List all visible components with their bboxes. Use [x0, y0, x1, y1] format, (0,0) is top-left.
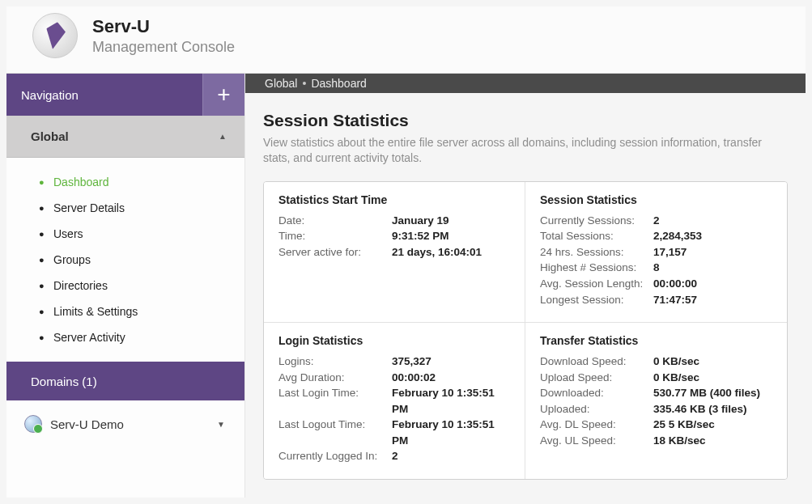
bullet-icon: ●	[39, 177, 53, 187]
stat-label: Longest Session:	[540, 292, 653, 308]
app-header: Serv-U Management Console	[6, 6, 806, 74]
stat-value: 21 days, 16:04:01	[392, 244, 482, 260]
sidebar-item-directories[interactable]: ● Directories	[6, 273, 244, 299]
page-title: Session Statistics	[263, 111, 788, 130]
stat-label: Total Sessions:	[540, 228, 653, 244]
stat-label: Last Login Time:	[278, 385, 392, 417]
brand-title: Serv-U	[92, 16, 235, 37]
stat-label: Logins:	[278, 354, 392, 370]
global-section-toggle[interactable]: Global ▲	[6, 116, 244, 158]
transfer-stats-card: Transfer Statistics Download Speed:0 KB/…	[525, 323, 787, 479]
nav-list: ● Dashboard ● Server Details ● Users ● G…	[6, 158, 244, 362]
domains-header[interactable]: Domains (1)	[6, 362, 244, 400]
stat-label: Avg. DL Speed:	[540, 417, 653, 433]
stat-label: Currently Logged In:	[278, 448, 392, 464]
stat-value: 00:00:00	[653, 276, 697, 292]
stat-label: 24 hrs. Sessions:	[540, 244, 653, 260]
stat-value: 25 5 KB/sec	[653, 417, 715, 433]
stat-label: Upload Speed:	[540, 370, 653, 386]
stat-value: 17,157	[653, 244, 687, 260]
domain-item[interactable]: Serv-U Demo ▼	[6, 400, 244, 447]
chevron-up-icon: ▲	[219, 132, 227, 141]
domain-name: Serv-U Demo	[50, 417, 124, 431]
card-title: Statistics Start Time	[278, 193, 510, 206]
stat-label: Download Speed:	[540, 354, 653, 370]
stat-value: 9:31:52 PM	[392, 228, 449, 244]
sidebar-item-label: Directories	[53, 279, 108, 292]
bullet-icon: ●	[39, 332, 53, 342]
stat-value: 0 KB/sec	[653, 354, 699, 370]
stat-label: Last Logout Time:	[278, 417, 392, 448]
stat-value: February 10 1:35:51 PM	[392, 417, 510, 448]
sidebar-item-label: Dashboard	[53, 176, 109, 188]
stat-label: Avg. Session Length:	[540, 276, 653, 292]
add-button[interactable]: +	[202, 74, 244, 116]
navigation-header: Navigation +	[6, 74, 244, 116]
stat-label: Time:	[278, 228, 392, 244]
sidebar-item-server-details[interactable]: ● Server Details	[6, 195, 244, 221]
stat-value: 71:47:57	[653, 292, 697, 308]
stat-value: 0 KB/sec	[653, 370, 699, 386]
stat-label: Date:	[278, 213, 392, 229]
stat-value: 375,327	[392, 354, 432, 370]
stat-value: January 19	[392, 213, 449, 229]
brand-subtitle: Management Console	[92, 39, 235, 56]
navigation-label: Navigation	[6, 88, 93, 102]
chevron-down-icon: ▼	[217, 420, 225, 429]
stat-label: Server active for:	[278, 244, 392, 260]
sidebar-item-dashboard[interactable]: ● Dashboard	[6, 169, 244, 195]
sidebar-item-groups[interactable]: ● Groups	[6, 247, 244, 273]
sidebar-item-label: Server Activity	[53, 331, 125, 344]
stats-start-time-card: Statistics Start Time Date:January 19 Ti…	[264, 182, 525, 323]
stat-label: Uploaded:	[540, 401, 653, 417]
domains-label: Domains (1)	[31, 375, 97, 388]
sidebar-item-label: Limits & Settings	[53, 305, 138, 318]
stat-label: Highest # Sessions:	[540, 260, 653, 276]
sidebar-item-limits-settings[interactable]: ● Limits & Settings	[6, 299, 244, 324]
breadcrumb-separator: •	[302, 77, 306, 90]
sidebar-item-users[interactable]: ● Users	[6, 221, 244, 247]
page-description: View statistics about the entire file se…	[263, 135, 781, 167]
stat-label: Avg. UL Speed:	[540, 433, 653, 449]
stat-value: 18 KB/sec	[653, 433, 706, 449]
plus-icon: +	[217, 82, 230, 108]
app-logo-icon	[32, 13, 78, 58]
bullet-icon: ●	[39, 281, 53, 290]
bullet-icon: ●	[39, 307, 53, 316]
stat-label: Downloaded:	[540, 385, 653, 401]
bullet-icon: ●	[39, 255, 53, 265]
globe-icon	[24, 415, 42, 433]
bullet-icon: ●	[39, 203, 53, 213]
sidebar-item-server-activity[interactable]: ● Server Activity	[6, 324, 244, 350]
bullet-icon: ●	[39, 229, 53, 239]
breadcrumb: Global • Dashboard	[245, 74, 806, 93]
session-stats-card: Session Statistics Currently Sessions:2 …	[525, 182, 787, 323]
stat-label: Currently Sessions:	[540, 213, 653, 229]
card-title: Session Statistics	[540, 193, 772, 206]
stat-value: 2	[653, 213, 660, 229]
stat-value: 00:00:02	[392, 370, 436, 386]
stat-value: February 10 1:35:51 PM	[392, 385, 510, 417]
breadcrumb-dashboard[interactable]: Dashboard	[311, 77, 367, 90]
sidebar: Navigation + Global ▲ ● Dashboard ● Serv…	[6, 74, 245, 498]
card-title: Login Statistics	[278, 334, 510, 347]
stat-value: 2,284,353	[653, 228, 702, 244]
sidebar-item-label: Users	[53, 227, 83, 240]
main-area: Global • Dashboard Session Statistics Vi…	[245, 74, 806, 498]
sidebar-item-label: Groups	[53, 253, 91, 266]
stat-value: 530.77 MB (400 files)	[653, 385, 760, 401]
card-title: Transfer Statistics	[540, 334, 772, 347]
login-stats-card: Login Statistics Logins:375,327 Avg Dura…	[264, 323, 525, 479]
sidebar-item-label: Server Details	[53, 201, 125, 214]
breadcrumb-global[interactable]: Global	[265, 77, 297, 90]
stat-value: 335.46 KB (3 files)	[653, 401, 747, 417]
stat-label: Avg Duration:	[278, 370, 392, 386]
global-section-label: Global	[31, 129, 69, 143]
stat-value: 2	[392, 448, 398, 464]
stat-value: 8	[653, 260, 660, 276]
stats-grid: Statistics Start Time Date:January 19 Ti…	[263, 181, 788, 480]
